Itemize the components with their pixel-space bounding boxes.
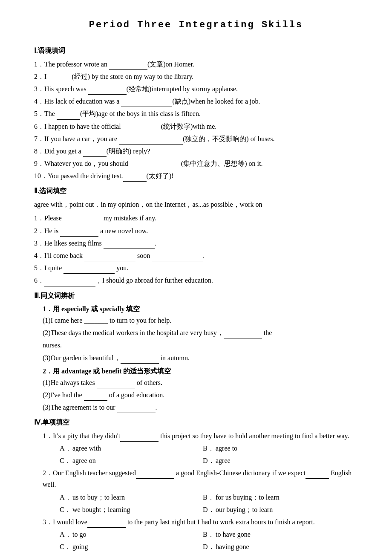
option-b: B．agree to — [203, 442, 346, 454]
list-item: 6．，I should go abroad for further educat… — [34, 275, 358, 286]
list-item: 8．Did you get a (明确的) reply? — [34, 145, 358, 157]
subsection2-title: 2．用 advantage 或 benefit 的适当形式填空 — [43, 365, 358, 377]
option-c: C．agree on — [60, 455, 203, 466]
list-item: 4．His lack of education was a (缺点)when h… — [34, 95, 358, 107]
option-a: A．agree with — [60, 442, 203, 454]
option-d: D．having gone — [203, 541, 346, 552]
section2-wordlist: agree with，point out，in my opinion，on th… — [34, 199, 358, 211]
q2-stem: 2．Our English teacher suggested a good E… — [43, 467, 358, 490]
list-item: 10．You passed the driving test.(太好了)! — [34, 170, 358, 182]
list-item: 2．He is a new novel now. — [34, 225, 358, 237]
list-item: 7．If you have a car，you are (独立的，不受影响的) … — [34, 133, 358, 145]
option-b: B．to have gone — [203, 529, 346, 540]
section3-subsection1: 1．用 especially 或 specially 填空 (1)I came … — [43, 303, 358, 364]
list-item: (1)I came here _______ to turn to you fo… — [43, 315, 358, 326]
q2-options: A．us to buy；to learn B．for us buying；to … — [60, 491, 358, 503]
q1-options2: C．agree on D．agree — [60, 455, 358, 466]
option-a: A．us to buy；to learn — [60, 491, 203, 503]
subsection1-title: 1．用 especially 或 specially 填空 — [43, 303, 358, 315]
option-c: C．we bought；learning — [60, 504, 203, 515]
option-a: A．to go — [60, 529, 203, 540]
q1-options: A．agree with B．agree to — [60, 442, 358, 454]
list-item: 5．The (平均)age of the boys in this class … — [34, 108, 358, 119]
option-d: D．our buying；to learn — [203, 504, 346, 515]
list-item: 9．Whatever you do，you should (集中注意力、思想等)… — [34, 158, 358, 169]
q1-stem: 1．It's a pity that they didn't this proj… — [43, 430, 358, 442]
list-item: (2)I've had the of a good education. — [43, 389, 358, 401]
option-d: D．agree — [203, 455, 346, 466]
section2-header: Ⅱ.选词填空 — [34, 185, 358, 197]
section4: Ⅳ.单项填空 1．It's a pity that they didn't th… — [34, 416, 358, 555]
section4-header: Ⅳ.单项填空 — [34, 416, 358, 428]
q3-stem: 3．I would love to the party last night b… — [43, 516, 358, 528]
section3-header: Ⅲ.同义词辨析 — [34, 290, 358, 301]
list-item: 1．Please my mistakes if any. — [34, 212, 358, 224]
section3-subsection2: 2．用 advantage 或 benefit 的适当形式填空 (1)He al… — [43, 365, 358, 413]
list-item: (3)The agreement is to our . — [43, 402, 358, 413]
list-item: nurses. — [43, 339, 358, 351]
list-item: (1)He always takes of others. — [43, 377, 358, 388]
section2: Ⅱ.选词填空 agree with，point out，in my opinio… — [34, 185, 358, 286]
list-item: 3．His speech was (经常地)interrupted by sto… — [34, 83, 358, 95]
question3: 3．I would love to the party last night b… — [34, 516, 358, 553]
section3: Ⅲ.同义词辨析 1．用 especially 或 specially 填空 (1… — [34, 290, 358, 413]
list-item: (3)Our garden is beautiful， in autumn. — [43, 352, 358, 364]
q3-options2: C．going D．having gone — [60, 541, 358, 552]
option-b: B．for us buying；to learn — [203, 491, 346, 503]
list-item: 6．I happen to have the official (统计数字)wi… — [34, 121, 358, 132]
list-item: 4．I'll come back soon . — [34, 250, 358, 261]
question4: 4．When you get into trouble，don't hesita… — [34, 554, 358, 555]
list-item: (2)These days the medical workers in the… — [43, 327, 358, 338]
option-c: C．going — [60, 541, 203, 552]
question1: 1．It's a pity that they didn't this proj… — [34, 430, 358, 467]
list-item: 1．The professor wrote an (文章)on Homer. — [34, 58, 358, 70]
page-title: Period Three Integrating Skills — [34, 17, 358, 33]
list-item: 2．I (经过) by the store on my way to the l… — [34, 71, 358, 82]
list-item: 5．I quite you. — [34, 262, 358, 274]
q4-stem: 4．When you get into trouble，don't hesita… — [43, 554, 358, 555]
q2-options2: C．we bought；learning D．our buying；to lea… — [60, 504, 358, 515]
list-item: 3．He likes seeing films . — [34, 237, 358, 249]
question2: 2．Our English teacher suggested a good E… — [34, 467, 358, 515]
section1-header: Ⅰ.语境填词 — [34, 45, 358, 56]
section1: Ⅰ.语境填词 1．The professor wrote an (文章)on H… — [34, 45, 358, 182]
q3-options: A．to go B．to have gone — [60, 529, 358, 540]
